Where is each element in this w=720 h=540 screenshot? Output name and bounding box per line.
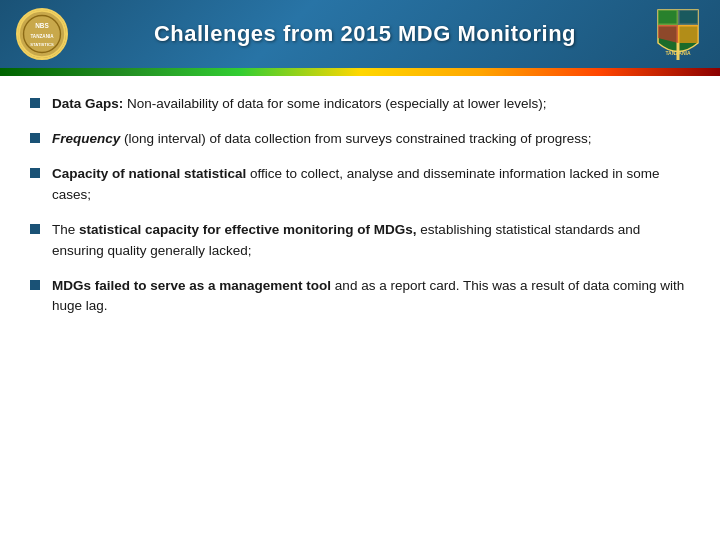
bullet-marker-3 [30, 168, 40, 178]
header: NBS TANZANIA STATISTICS Challenges from … [0, 0, 720, 68]
svg-text:NBS: NBS [35, 22, 49, 29]
bullet-marker-4 [30, 224, 40, 234]
page-title: Challenges from 2015 MDG Monitoring [82, 21, 648, 47]
bullet-text-5: MDGs failed to serve as a management too… [52, 276, 690, 318]
bullet-marker-5 [30, 280, 40, 290]
bullet-1-normal: Non-availability of data for some indica… [127, 96, 546, 111]
nbs-logo: NBS TANZANIA STATISTICS [16, 8, 68, 60]
bullet-1-bold: Data Gaps: [52, 96, 123, 111]
bullet-4-bold: statistical capacity for effective monit… [79, 222, 417, 237]
bullet-marker-1 [30, 98, 40, 108]
bullet-text-2: Frequency (long interval) of data collec… [52, 129, 592, 150]
bullet-item-4: The statistical capacity for effective m… [30, 220, 690, 262]
bullet-2-bold: Frequency [52, 131, 120, 146]
bullet-5-bold: MDGs failed to serve as a management too… [52, 278, 331, 293]
bullet-2-normal: (long interval) of data collection from … [124, 131, 591, 146]
logo-left: NBS TANZANIA STATISTICS [12, 4, 72, 64]
bullet-4-the: The [52, 222, 79, 237]
bullet-text-3: Capacity of national statistical office … [52, 164, 690, 206]
bullet-item-1: Data Gaps: Non-availability of data for … [30, 94, 690, 115]
bullet-text-1: Data Gaps: Non-availability of data for … [52, 94, 546, 115]
color-bar [0, 68, 720, 76]
bullet-item-2: Frequency (long interval) of data collec… [30, 129, 690, 150]
content-area: Data Gaps: Non-availability of data for … [0, 76, 720, 343]
bullet-item-3: Capacity of national statistical office … [30, 164, 690, 206]
bullet-3-bold: Capacity of national statistical [52, 166, 246, 181]
svg-text:TANZANIA: TANZANIA [30, 34, 54, 39]
svg-text:STATISTICS: STATISTICS [30, 42, 54, 47]
bullet-text-4: The statistical capacity for effective m… [52, 220, 690, 262]
bullet-item-5: MDGs failed to serve as a management too… [30, 276, 690, 318]
svg-text:TANZANIA: TANZANIA [665, 50, 691, 56]
tanzania-coat-of-arms: TANZANIA [653, 5, 703, 63]
bullet-marker-2 [30, 133, 40, 143]
logo-right: TANZANIA [648, 4, 708, 64]
